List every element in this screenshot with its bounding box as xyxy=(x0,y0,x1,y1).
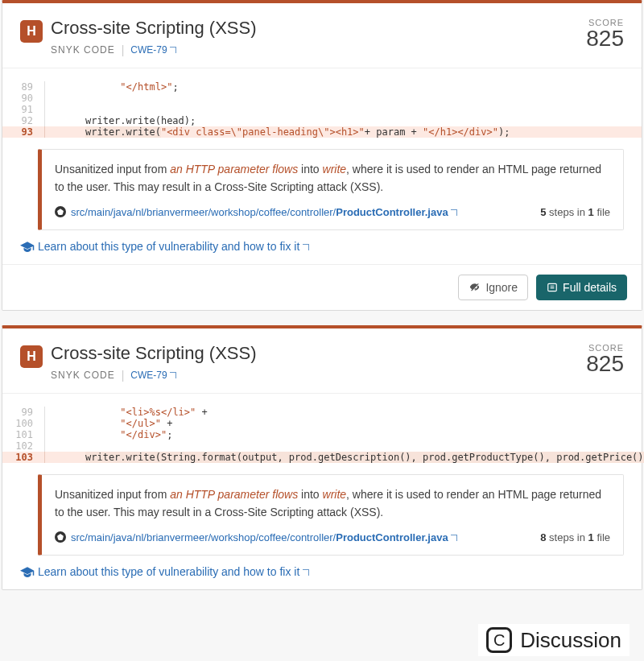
code-line: 103writer.write(String.format(output, pr… xyxy=(2,452,642,463)
code-line: 102 xyxy=(2,440,642,452)
code-snippet: 89 "</html>";90 91 92writer.write(head);… xyxy=(2,76,642,138)
steps-text: 5 steps in 1 file xyxy=(540,206,610,218)
line-number: 90 xyxy=(2,93,41,104)
issue-card: H Cross-site Scripting (XSS) SNYK CODE |… xyxy=(2,325,642,590)
line-number: 93 xyxy=(2,126,41,138)
line-number: 101 xyxy=(2,429,41,440)
line-number: 92 xyxy=(2,115,41,126)
learn-link[interactable]: Learn about this type of vulnerability a… xyxy=(38,240,309,253)
ignore-label: Ignore xyxy=(485,281,518,294)
code-snippet: 99 "<li>%s</li>" +100 "</ul>" +101 "</di… xyxy=(2,402,642,463)
source-label: SNYK CODE xyxy=(51,44,115,56)
learn-link[interactable]: Learn about this type of vulnerability a… xyxy=(38,565,309,578)
code-line: 99 "<li>%s</li>" + xyxy=(2,407,642,418)
card-header: H Cross-site Scripting (XSS) SNYK CODE |… xyxy=(2,328,642,394)
ignore-button[interactable]: Ignore xyxy=(458,275,528,300)
cwe-link[interactable]: CWE-79 xyxy=(130,44,175,56)
learn-row: Learn about this type of vulnerability a… xyxy=(2,230,642,264)
details-icon xyxy=(547,282,558,293)
file-path-link[interactable]: src/main/java/nl/brianvermeer/workshop/c… xyxy=(71,206,457,218)
info-box: Unsanitized input from an HTTP parameter… xyxy=(38,149,624,229)
external-link-icon xyxy=(170,372,176,378)
graduation-cap-icon xyxy=(20,242,33,251)
github-icon xyxy=(55,206,66,217)
source-line: SNYK CODE | CWE-79 xyxy=(51,43,576,56)
eye-off-icon xyxy=(469,281,481,293)
external-link-icon xyxy=(451,535,457,541)
issue-title: Cross-site Scripting (XSS) xyxy=(51,18,576,39)
info-text: Unsanitized input from an HTTP parameter… xyxy=(55,161,610,196)
line-number: 102 xyxy=(2,440,41,452)
code-line: 92writer.write(head); xyxy=(2,115,642,126)
code-line: 101 "</div>"; xyxy=(2,429,642,440)
severity-badge: H xyxy=(20,345,43,368)
code-line: 93writer.write("<div class=\"panel-headi… xyxy=(2,126,642,138)
file-path-link[interactable]: src/main/java/nl/brianvermeer/workshop/c… xyxy=(71,531,457,543)
full-details-button[interactable]: Full details xyxy=(536,275,627,300)
steps-text: 8 steps in 1 file xyxy=(540,531,610,543)
score-value: 825 xyxy=(586,27,624,50)
external-link-icon xyxy=(451,209,457,216)
cwe-link[interactable]: CWE-79 xyxy=(130,370,175,381)
learn-row: Learn about this type of vulnerability a… xyxy=(2,556,642,589)
score-box: SCORE 825 xyxy=(586,343,624,375)
graduation-cap-icon xyxy=(20,567,33,576)
code-line: 90 xyxy=(2,93,642,104)
info-box: Unsanitized input from an HTTP parameter… xyxy=(38,474,624,555)
code-line: 89 "</html>"; xyxy=(2,81,642,93)
issue-title: Cross-site Scripting (XSS) xyxy=(51,343,576,364)
source-line: SNYK CODE | CWE-79 xyxy=(51,369,576,382)
line-number: 89 xyxy=(2,81,41,93)
line-number: 99 xyxy=(2,407,41,418)
line-number: 91 xyxy=(2,104,41,115)
issue-card: H Cross-site Scripting (XSS) SNYK CODE |… xyxy=(2,0,642,311)
full-details-label: Full details xyxy=(563,281,617,294)
github-icon xyxy=(55,531,66,543)
line-number: 103 xyxy=(2,452,41,463)
info-text: Unsanitized input from an HTTP parameter… xyxy=(55,486,610,521)
card-header: H Cross-site Scripting (XSS) SNYK CODE |… xyxy=(2,3,642,68)
score-box: SCORE 825 xyxy=(586,18,624,50)
card-footer: Ignore Full details xyxy=(2,264,642,310)
score-value: 825 xyxy=(586,353,624,375)
line-number: 100 xyxy=(2,418,41,429)
code-line: 91 xyxy=(2,104,642,115)
external-link-icon xyxy=(303,244,309,250)
source-label: SNYK CODE xyxy=(51,370,115,381)
external-link-icon xyxy=(170,47,176,53)
severity-badge: H xyxy=(20,20,43,43)
external-link-icon xyxy=(303,569,309,576)
code-line: 100 "</ul>" + xyxy=(2,418,642,429)
